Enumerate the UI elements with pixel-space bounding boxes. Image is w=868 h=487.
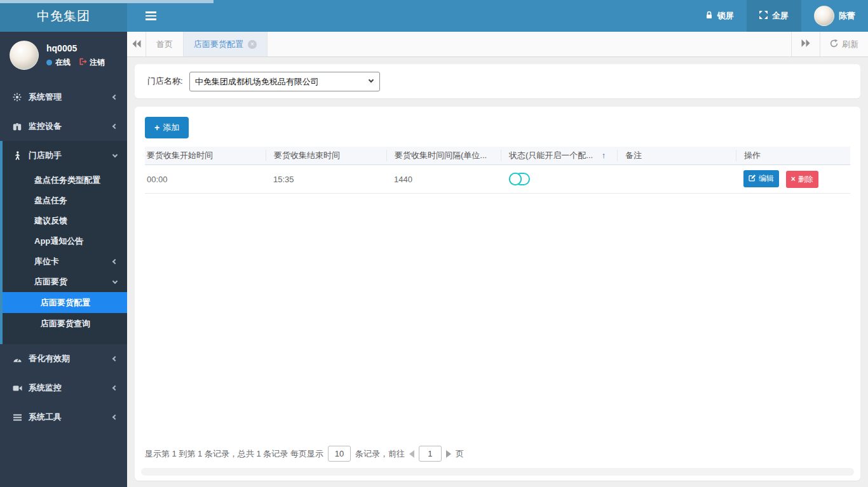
store-select-wrap: 中免集团成都机场免税品有限公司 bbox=[189, 72, 380, 91]
sidebar-item-store-assistant[interactable]: 门店助手 bbox=[3, 141, 127, 170]
user-name: hq0005 bbox=[46, 43, 105, 53]
sidebar-item-store-requisition-config[interactable]: 店面要货配置 bbox=[3, 292, 127, 313]
main-area: 首页 店面要货配置 × 刷新 门店名称: bbox=[127, 32, 868, 487]
sidebar-item-label: 系统管理 bbox=[29, 91, 113, 103]
edit-button-label: 编辑 bbox=[759, 173, 774, 184]
sidebar-item-fragrance-expiry[interactable]: 香化有效期 bbox=[0, 344, 127, 373]
sidebar-item-system-tools[interactable]: 系统工具 bbox=[0, 403, 127, 432]
add-button-label: 添加 bbox=[163, 122, 179, 133]
column-header-actions: 操作 bbox=[736, 150, 850, 161]
avatar bbox=[10, 41, 39, 70]
sidebar-item-inventory-task-type-config[interactable]: 盘点任务类型配置 bbox=[3, 170, 127, 190]
sidebar-item-inventory-task[interactable]: 盘点任务 bbox=[3, 190, 127, 211]
column-header-end-time[interactable]: 要货收集结束时间 bbox=[266, 150, 386, 161]
sidebar-item-label: 建议反馈 bbox=[34, 215, 117, 227]
username: 陈蕾 bbox=[839, 10, 855, 22]
sidebar-item-app-notice[interactable]: App通知公告 bbox=[3, 231, 127, 251]
tab-store-requisition-config[interactable]: 店面要货配置 × bbox=[184, 32, 268, 57]
fullscreen-button[interactable]: 全屏 bbox=[747, 0, 801, 32]
double-chevron-left-icon bbox=[132, 39, 141, 50]
double-chevron-right-icon bbox=[801, 39, 810, 49]
sidebar-nav: 系统管理 监控设备 门店助手 盘点任务类型配置 盘点任务 bbox=[0, 83, 127, 432]
top-progress-strip bbox=[0, 0, 214, 3]
delete-button[interactable]: × 删除 bbox=[786, 171, 818, 188]
column-header-label: 状态(只能开启一个配... bbox=[509, 150, 593, 160]
next-page-icon[interactable] bbox=[446, 450, 451, 458]
sidebar-item-label: 监控设备 bbox=[29, 121, 113, 132]
tab-label: 首页 bbox=[156, 39, 173, 50]
cell-status bbox=[501, 170, 617, 189]
sidebar-item-label: 店面要货配置 bbox=[41, 297, 90, 309]
sidebar-item-label: 店面要货查询 bbox=[41, 318, 90, 330]
sidebar-item-label: 门店助手 bbox=[29, 150, 113, 161]
tab-bar: 首页 店面要货配置 × 刷新 bbox=[127, 32, 868, 57]
tab-label: 店面要货配置 bbox=[194, 39, 243, 50]
sidebar-item-label: 盘点任务类型配置 bbox=[34, 175, 117, 186]
filter-panel: 门店名称: 中免集团成都机场免税品有限公司 bbox=[135, 64, 860, 98]
toggle-off-icon[interactable] bbox=[508, 171, 530, 189]
hamburger-icon[interactable] bbox=[136, 0, 165, 32]
close-icon: × bbox=[791, 176, 796, 182]
column-header-status[interactable]: 状态(只能开启一个配... ↑ bbox=[501, 150, 617, 161]
logout-label: 注销 bbox=[90, 57, 105, 68]
fullscreen-label: 全屏 bbox=[772, 10, 789, 22]
user-panel: hq0005 在线 注销 bbox=[0, 32, 127, 76]
sidebar-item-system-monitor[interactable]: 系统监控 bbox=[0, 373, 127, 403]
delete-button-label: 删除 bbox=[798, 174, 813, 185]
tabs-scroll-left-button[interactable] bbox=[127, 32, 146, 57]
sidebar-item-label: 库位卡 bbox=[34, 256, 113, 267]
cell-interval: 1440 bbox=[386, 175, 501, 184]
user-menu[interactable]: 陈蕾 bbox=[801, 0, 868, 32]
prev-page-icon[interactable] bbox=[409, 450, 414, 458]
sidebar-item-system-management[interactable]: 系统管理 bbox=[0, 83, 127, 112]
store-select[interactable]: 中免集团成都机场免税品有限公司 bbox=[189, 72, 380, 91]
lock-icon bbox=[705, 11, 713, 21]
chevron-left-icon bbox=[112, 259, 118, 264]
page-size-input[interactable] bbox=[328, 446, 351, 462]
pagination-summary: 显示第 1 到第 1 条记录，总共 1 条记录 每页显示 bbox=[145, 448, 323, 460]
logout-button[interactable]: 注销 bbox=[79, 57, 105, 68]
sidebar-item-label: 店面要货 bbox=[34, 276, 113, 288]
pagination: 显示第 1 到第 1 条记录，总共 1 条记录 每页显示 条记录，前往 页 bbox=[145, 446, 464, 462]
sidebar-item-store-requisition-query[interactable]: 店面要货查询 bbox=[3, 313, 127, 334]
tab-close-icon[interactable]: × bbox=[248, 40, 257, 49]
refresh-icon bbox=[830, 39, 838, 50]
sidebar-item-label: 香化有效期 bbox=[29, 353, 113, 364]
sidebar-item-label: App通知公告 bbox=[34, 236, 117, 247]
chevron-left-icon bbox=[112, 95, 118, 100]
sidebar-item-store-requisition[interactable]: 店面要货 bbox=[3, 272, 127, 292]
tabs-scroll-right-button[interactable] bbox=[791, 32, 820, 57]
column-header-interval[interactable]: 要货收集时间间隔(单位... bbox=[386, 150, 501, 161]
store-name-label: 门店名称: bbox=[147, 76, 183, 87]
logout-icon bbox=[79, 58, 87, 67]
sidebar-item-label: 系统工具 bbox=[29, 411, 113, 423]
chevron-down-icon bbox=[112, 152, 118, 157]
sidebar-active-section: 门店助手 盘点任务类型配置 盘点任务 建议反馈 App通知公告 库位卡 店面要货 bbox=[0, 141, 127, 344]
sidebar-item-label: 盘点任务 bbox=[34, 195, 117, 206]
horizontal-scrollbar[interactable] bbox=[141, 468, 854, 476]
cell-actions: 编辑 × 删除 bbox=[736, 170, 850, 188]
refresh-button[interactable]: 刷新 bbox=[820, 32, 868, 57]
add-button[interactable]: + 添加 bbox=[145, 117, 189, 138]
sort-asc-icon[interactable]: ↑ bbox=[602, 150, 606, 160]
chevron-down-icon bbox=[112, 279, 118, 284]
online-status-label: 在线 bbox=[55, 57, 71, 68]
fullscreen-icon bbox=[759, 11, 768, 21]
refresh-label: 刷新 bbox=[842, 39, 858, 50]
column-header-start-time[interactable]: 要货收集开始时间 bbox=[145, 150, 266, 161]
pagination-summary-middle: 条记录，前往 bbox=[355, 448, 405, 460]
lock-screen-label: 锁屏 bbox=[717, 10, 734, 22]
binoculars-icon bbox=[10, 123, 24, 131]
table-header-row: 要货收集开始时间 要货收集结束时间 要货收集时间间隔(单位... 状态(只能开启… bbox=[145, 147, 850, 165]
page-number-input[interactable] bbox=[419, 446, 442, 462]
column-header-remark[interactable]: 备注 bbox=[617, 150, 736, 161]
sidebar-item-monitor-devices[interactable]: 监控设备 bbox=[0, 112, 127, 141]
lock-screen-button[interactable]: 锁屏 bbox=[693, 0, 747, 32]
brand-logo[interactable]: 中免集团 bbox=[0, 0, 127, 32]
cell-start-time: 00:00 bbox=[145, 175, 266, 184]
avatar bbox=[814, 6, 834, 26]
edit-button[interactable]: 编辑 bbox=[743, 170, 779, 187]
sidebar-item-suggestion-feedback[interactable]: 建议反馈 bbox=[3, 211, 127, 231]
tab-home[interactable]: 首页 bbox=[146, 32, 184, 57]
sidebar-item-bin-card[interactable]: 库位卡 bbox=[3, 251, 127, 272]
